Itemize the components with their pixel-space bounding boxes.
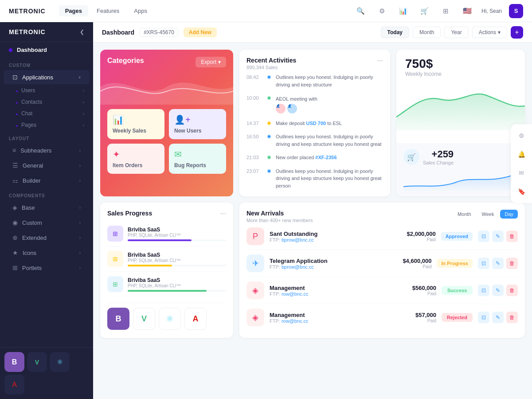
arrivals-week-button[interactable]: Week	[477, 210, 499, 219]
arrivals-day-button[interactable]: Day	[500, 210, 518, 219]
sidebar-item-builder[interactable]: ⚏ Builder ›	[4, 173, 90, 188]
change-icon: 🛒	[403, 149, 419, 165]
add-new-button[interactable]: Add New	[184, 27, 217, 37]
change-section: 🛒 +259 Sales Change	[403, 149, 454, 165]
sidebar-item-custom-left: ◉ Custom	[12, 219, 42, 226]
year-button[interactable]: Year	[444, 27, 468, 38]
today-button[interactable]: Today	[381, 27, 409, 38]
copy-button[interactable]: ⊡	[478, 285, 489, 296]
edit-button[interactable]: ✎	[492, 285, 504, 296]
copy-button[interactable]: ⊡	[478, 312, 489, 323]
export-chevron-icon: ▾	[218, 59, 221, 65]
grid-icon[interactable]: ⊞	[439, 4, 453, 18]
nav-tab-apps[interactable]: Apps	[128, 5, 153, 16]
sub-card-weekly-sales[interactable]: 📊 Weekly Sales	[107, 109, 164, 139]
timeline-link[interactable]: #XF-2356	[315, 155, 336, 160]
recent-activities-card: Recent Activities 890,344 Sales ··· 08:4…	[239, 50, 390, 196]
sidebar-item-custom[interactable]: ◉ Custom ›	[4, 215, 90, 230]
bootstrap-icon[interactable]: B	[4, 352, 24, 372]
edit-button[interactable]: ✎	[492, 258, 504, 269]
activities-header-left: Recent Activities 890,344 Sales	[246, 57, 296, 70]
send-icon[interactable]: ✉	[514, 166, 528, 180]
status-badge: Approved	[441, 232, 473, 241]
angular-icon[interactable]: A	[4, 375, 24, 395]
sidebar-item-subheaders-left: ≡ Subheaders	[12, 147, 51, 154]
sidebar-sub-item-pages[interactable]: Pages ›	[0, 119, 93, 131]
applications-icon: ⊡	[12, 74, 18, 81]
sub-card-item-orders[interactable]: ✦ Item Orders	[107, 144, 164, 174]
angular-logo[interactable]: A	[184, 308, 207, 330]
cart-icon[interactable]: 🛒	[418, 4, 432, 18]
sidebar-item-general[interactable]: ☰ General ›	[4, 158, 90, 172]
sidebar-item-applications[interactable]: ⊡ Applications ▾	[4, 70, 90, 84]
arrival-icon: ◈	[246, 282, 264, 299]
timeline-text-with-avatars: AEOL meeting with 👤 👤	[276, 94, 317, 113]
delete-button[interactable]: 🗑	[506, 285, 518, 296]
sidebar-pages-label: Pages	[16, 122, 36, 128]
users-chevron-icon: ›	[83, 88, 84, 93]
sidebar-sub-item-users[interactable]: Users ›	[0, 85, 93, 96]
sidebar-chat-label: Chat	[16, 110, 32, 117]
vue-logo[interactable]: V	[133, 308, 155, 330]
timeline-text: New order placed #XF-2356	[276, 154, 337, 161]
bookmark-icon[interactable]: 🔖	[514, 184, 528, 199]
arrival-ftp: FTP: bprow@bnc.cc	[270, 237, 391, 243]
top-right-controls: 🔍 ⚙ 📊 🛒 ⊞ 🇺🇸 Hi, Sean S	[354, 4, 523, 18]
sidebar-item-portlets[interactable]: ⊞ Portlets ›	[4, 261, 90, 275]
general-icon: ☰	[12, 162, 18, 169]
arrivals-month-button[interactable]: Month	[453, 210, 476, 219]
timeline-link[interactable]: USD 700	[306, 121, 326, 126]
chart-icon[interactable]: 📊	[396, 4, 411, 18]
sidebar-item-icons[interactable]: ★ Icons ›	[4, 246, 90, 260]
sidebar-item-subheaders[interactable]: ≡ Subheaders ›	[4, 143, 90, 157]
change-amount: +259	[423, 149, 454, 160]
notifications-icon[interactable]: 🔔	[514, 147, 528, 161]
custom-chevron-icon: ›	[79, 220, 81, 225]
nav-tab-features[interactable]: Features	[90, 5, 125, 16]
edit-button[interactable]: ✎	[492, 231, 504, 242]
sidebar-sub-item-contacts[interactable]: Contacts ›	[0, 96, 93, 108]
row-actions: ⊡ ✎ 🗑	[478, 312, 518, 323]
sub-card-new-users[interactable]: 👤+ New Users	[169, 109, 226, 139]
edit-button[interactable]: ✎	[492, 312, 504, 323]
activities-menu-icon[interactable]: ···	[377, 57, 383, 65]
nav-tab-pages[interactable]: Pages	[59, 5, 88, 16]
progress-avatar: ⊞	[107, 251, 123, 267]
search-icon[interactable]: 🔍	[354, 4, 368, 18]
sidebar-collapse-btn[interactable]: ❮	[80, 29, 84, 35]
flag-icon[interactable]: 🇺🇸	[460, 4, 474, 18]
export-button[interactable]: Export ▾	[196, 57, 226, 67]
framework-logos: B V ⚛ A	[107, 303, 226, 330]
sidebar-item-extended[interactable]: ⊕ Extended ›	[4, 231, 90, 245]
progress-bar	[128, 290, 207, 292]
copy-button[interactable]: ⊡	[478, 231, 489, 242]
delete-button[interactable]: 🗑	[506, 258, 518, 269]
sub-card-bug-reports[interactable]: ✉ Bug Reports	[169, 144, 226, 174]
custom-icon: ◉	[12, 219, 18, 226]
delete-button[interactable]: 🗑	[506, 231, 518, 242]
react-logo[interactable]: ⚛	[159, 308, 181, 330]
settings-icon[interactable]: ⚙	[514, 129, 528, 143]
sidebar-sub-item-chat[interactable]: Chat ›	[0, 108, 93, 119]
progress-info: Briviba SaaS PHP, SQLite, Artisan CLI™	[128, 252, 226, 266]
user-greeting: Hi, Sean	[481, 8, 502, 14]
vue-icon[interactable]: V	[27, 352, 47, 372]
income-bottom: 🛒 +259 Sales Change	[396, 143, 525, 196]
income-chart	[396, 82, 525, 143]
users-icon[interactable]: ⚙	[375, 4, 389, 18]
react-icon[interactable]: ⚛	[50, 352, 70, 372]
sub-header: Dashboard #XRS-45670 Add New Today Month…	[93, 22, 532, 43]
user-avatar[interactable]: S	[509, 4, 523, 18]
sidebar-item-dashboard[interactable]: Dashboard	[0, 42, 93, 58]
bootstrap-logo[interactable]: B	[107, 308, 129, 330]
sales-menu-icon[interactable]: ···	[220, 210, 226, 218]
sidebar-applications-label: Applications	[22, 74, 53, 81]
actions-label: Actions	[479, 29, 496, 35]
sidebar-item-base[interactable]: ◈ Base ›	[4, 200, 90, 215]
delete-button[interactable]: 🗑	[506, 312, 518, 323]
actions-button[interactable]: Actions ▾	[472, 27, 507, 38]
month-button[interactable]: Month	[413, 27, 441, 38]
add-widget-button[interactable]: +	[511, 26, 523, 39]
copy-button[interactable]: ⊡	[478, 258, 489, 269]
arrival-row: P Sant Outstanding FTP: bprow@bnc.cc $2,…	[246, 223, 518, 250]
